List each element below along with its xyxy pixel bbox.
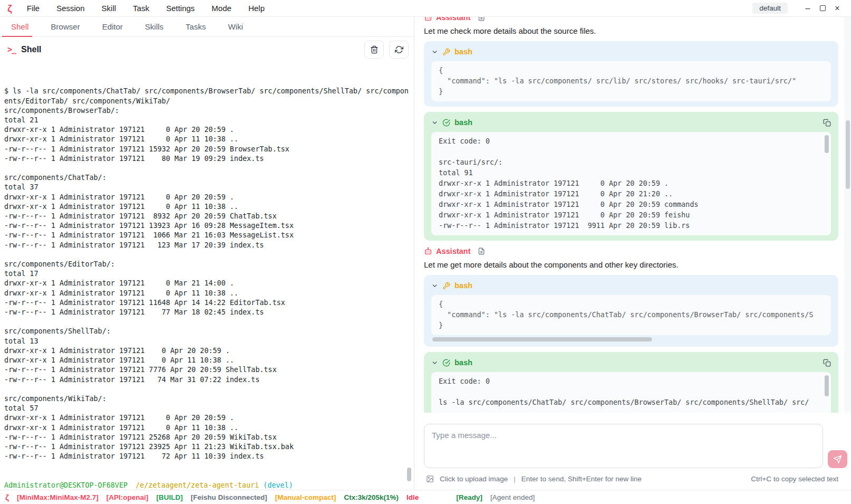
session-badge[interactable]: default xyxy=(752,3,788,14)
prompt-user: Administrator@DESKTOP-OF68VEP xyxy=(4,481,128,489)
tab-browser[interactable]: Browser xyxy=(40,17,91,36)
tool-call-block: bash { "command": "ls -la src/components… xyxy=(424,275,838,347)
tabbar: Shell Browser Editor Skills Tasks Wiki xyxy=(0,17,414,37)
chat-scrollbar-thumb[interactable] xyxy=(846,120,850,189)
result-scrollbar[interactable] xyxy=(825,375,829,396)
tab-tasks[interactable]: Tasks xyxy=(175,17,217,36)
status-api: [API:openai] xyxy=(106,493,148,501)
tool-name-label: bash xyxy=(455,47,472,56)
result-scrollbar[interactable] xyxy=(825,135,829,153)
result-text: Exit code: 0 src-tauri/src/: total 91 dr… xyxy=(439,136,824,231)
chevron-down-icon[interactable] xyxy=(431,49,438,55)
maximize-button[interactable] xyxy=(815,4,830,13)
robot-icon xyxy=(424,17,432,22)
horizontal-scrollbar[interactable] xyxy=(431,337,831,341)
clear-terminal-button[interactable] xyxy=(364,41,384,59)
document-icon[interactable] xyxy=(478,17,485,21)
status-state: Idle xyxy=(406,493,419,501)
status-feishu: [Feishu Disconnected] xyxy=(191,493,267,501)
upload-hint[interactable]: Click to upload image xyxy=(440,475,508,483)
tool-name-label: bash xyxy=(455,358,472,367)
message-input[interactable] xyxy=(424,424,823,468)
tool-call-header[interactable]: bash xyxy=(431,46,831,57)
tab-shell[interactable]: Shell xyxy=(0,17,40,36)
terminal-output[interactable]: $ ls -la src/components/ChatTab/ src/com… xyxy=(0,62,414,490)
tool-result-header[interactable]: bash xyxy=(431,117,831,128)
chevron-down-icon[interactable] xyxy=(431,359,438,366)
assistant-message-text: Let me check more details about the sour… xyxy=(424,26,838,36)
restart-shell-button[interactable] xyxy=(389,41,409,59)
check-circle-icon xyxy=(442,119,450,127)
hint-separator: | xyxy=(514,475,516,483)
tool-call-code: { "command": "ls -la src/components/ src… xyxy=(431,61,831,101)
terminal-prompt-line: Administrator@DESKTOP-OF68VEP/e/zetaagen… xyxy=(4,481,410,490)
menu-session[interactable]: Session xyxy=(48,0,93,17)
tool-result-header[interactable]: bash xyxy=(431,357,831,368)
copy-hint: Ctrl+C to copy selected text xyxy=(751,475,838,483)
copy-button[interactable] xyxy=(823,119,831,127)
app-logo: ζ xyxy=(7,3,12,14)
maximize-icon xyxy=(820,5,826,11)
terminal-prompt-icon: >_ xyxy=(7,45,16,54)
tool-name-label: bash xyxy=(455,281,472,290)
input-hints: Click to upload image | Enter to send, S… xyxy=(426,475,838,483)
prompt-branch: (devel) xyxy=(263,481,293,489)
send-icon xyxy=(833,455,842,464)
menubar: ζ File Session Skill Task Settings Mode … xyxy=(0,0,851,17)
assistant-message-header: Assistant xyxy=(424,246,838,256)
assistant-label: Assistant xyxy=(436,17,470,22)
tab-wiki[interactable]: Wiki xyxy=(217,17,254,36)
status-agent: [Agent ended] xyxy=(490,493,535,501)
shell-title-label: Shell xyxy=(21,45,41,54)
tool-result-output[interactable]: Exit code: 0 src-tauri/src/: total 91 dr… xyxy=(431,132,831,235)
tab-editor[interactable]: Editor xyxy=(91,17,134,36)
menu-help[interactable]: Help xyxy=(240,0,273,17)
terminal-scrollbar[interactable] xyxy=(407,468,411,481)
wrench-icon xyxy=(442,48,450,56)
tool-call-code: { "command": "ls -la src/components/Chat… xyxy=(431,295,831,335)
chevron-down-icon[interactable] xyxy=(431,282,438,289)
assistant-message-text: Let me get more details about the compon… xyxy=(424,260,838,270)
shell-header: >_ Shell xyxy=(0,37,414,62)
chat-panel: Assistant Let me check more details abou… xyxy=(414,17,851,490)
chat-message-list: Assistant Let me check more details abou… xyxy=(414,17,838,413)
send-button[interactable] xyxy=(828,450,847,468)
copy-icon xyxy=(823,119,831,127)
chat-input-area: Click to upload image | Enter to send, S… xyxy=(414,413,851,490)
statusbar-logo: ζ xyxy=(5,493,9,502)
status-build: [BUILD] xyxy=(156,493,183,501)
minimize-button[interactable]: – xyxy=(800,4,815,13)
tool-call-header[interactable]: bash xyxy=(431,280,831,291)
statusbar: ζ [MiniMax:MiniMax-M2.7] [API:openai] [B… xyxy=(0,490,851,504)
horizontal-scrollbar-thumb[interactable] xyxy=(432,337,652,341)
robot-icon xyxy=(424,247,432,255)
prompt-path: /e/zetaagent/zeta-agent-tauri xyxy=(136,481,259,489)
tool-result-output[interactable]: Exit code: 0 ls -la src/components/ChatT… xyxy=(431,372,831,413)
shell-panel: Shell Browser Editor Skills Tasks Wiki >… xyxy=(0,17,414,490)
tab-skills[interactable]: Skills xyxy=(134,17,175,36)
assistant-label: Assistant xyxy=(436,247,470,255)
menu-file[interactable]: File xyxy=(18,0,48,17)
send-hint: Enter to send, Shift+Enter for new line xyxy=(522,475,642,483)
tool-result-block: bash Exit code: 0 src-tauri/src/: total … xyxy=(424,112,838,241)
app-window: ζ File Session Skill Task Settings Mode … xyxy=(0,0,851,504)
menu-settings[interactable]: Settings xyxy=(158,0,203,17)
tool-result-block: bash Exit code: 0 ls -la src/components/… xyxy=(424,352,838,413)
wrench-icon xyxy=(442,282,450,290)
tool-name-label: bash xyxy=(455,118,472,127)
image-upload-icon[interactable] xyxy=(426,475,434,483)
trash-icon xyxy=(370,45,379,54)
copy-button[interactable] xyxy=(823,359,831,367)
chevron-down-icon[interactable] xyxy=(431,119,438,126)
menu-mode[interactable]: Mode xyxy=(203,0,240,17)
menu-skill[interactable]: Skill xyxy=(93,0,125,17)
document-icon[interactable] xyxy=(478,248,485,255)
copy-icon xyxy=(823,359,831,367)
menu-task[interactable]: Task xyxy=(125,0,158,17)
terminal-text: $ ls -la src/components/ChatTab/ src/com… xyxy=(4,87,410,461)
tool-call-block: bash { "command": "ls -la src/components… xyxy=(424,41,838,107)
close-button[interactable]: × xyxy=(830,4,845,13)
status-ready: [Ready] xyxy=(456,493,483,501)
check-circle-icon xyxy=(442,359,450,367)
chat-scrollbar[interactable] xyxy=(844,17,851,413)
